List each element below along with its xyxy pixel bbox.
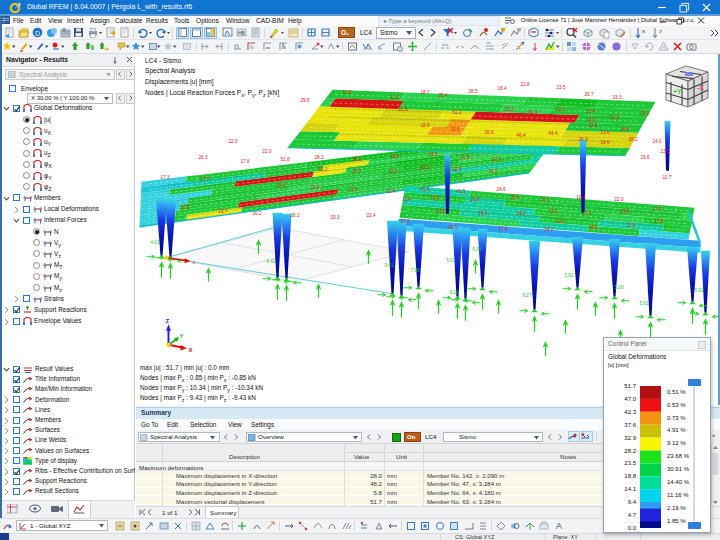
svg-text:21.8: 21.8 (520, 81, 529, 86)
svg-text:4.61: 4.61 (150, 239, 159, 244)
svg-text:23.1: 23.1 (238, 180, 247, 185)
svg-text:14.0: 14.0 (588, 224, 597, 229)
svg-text:42.3: 42.3 (624, 409, 636, 415)
svg-text:28.5: 28.5 (468, 88, 477, 93)
svg-text:5.92: 5.92 (694, 287, 703, 292)
svg-text:18.7: 18.7 (420, 89, 429, 94)
svg-text:z: z (659, 28, 662, 34)
svg-text:23.7: 23.7 (218, 208, 227, 213)
svg-text:28.2: 28.2 (624, 448, 636, 454)
svg-text:2.19 %: 2.19 % (667, 505, 686, 511)
svg-text:14.40 %: 14.40 % (667, 479, 690, 485)
svg-text:23.5: 23.5 (624, 460, 636, 466)
svg-text:26.3: 26.3 (578, 136, 587, 141)
svg-text:19.4: 19.4 (576, 194, 585, 199)
svg-text:5.98: 5.98 (472, 246, 481, 251)
svg-text:0.0: 0.0 (628, 525, 637, 531)
svg-text:11.16 %: 11.16 % (667, 492, 689, 498)
svg-text:29.3: 29.3 (330, 214, 339, 219)
svg-text:9.41: 9.41 (384, 262, 393, 267)
svg-text:-X: -X (697, 84, 704, 91)
svg-text:16.0: 16.0 (586, 116, 595, 121)
svg-text:D: D (35, 30, 40, 37)
svg-text:46.4: 46.4 (516, 132, 525, 137)
svg-text:16.1: 16.1 (478, 210, 487, 215)
svg-text:6.42: 6.42 (266, 258, 275, 263)
svg-text:21.0: 21.0 (470, 196, 479, 201)
svg-text:7.06: 7.06 (410, 267, 419, 272)
svg-text:21.8: 21.8 (460, 154, 469, 159)
svg-text:10.7: 10.7 (662, 174, 671, 179)
svg-text:35.4: 35.4 (438, 92, 447, 97)
svg-text:4.7: 4.7 (628, 512, 637, 518)
svg-text:22.1: 22.1 (492, 156, 501, 161)
svg-text:22.3: 22.3 (452, 166, 461, 171)
svg-text:20.6: 20.6 (510, 194, 519, 199)
svg-text:1.85 %: 1.85 % (667, 518, 686, 524)
svg-text:5.01: 5.01 (446, 257, 455, 262)
svg-text:17.9: 17.9 (654, 218, 663, 223)
svg-text:11.5: 11.5 (556, 218, 565, 223)
svg-text:Z: Z (165, 317, 169, 323)
svg-text:41.5: 41.5 (420, 186, 429, 191)
svg-text:24.6: 24.6 (496, 186, 505, 191)
svg-text:21.8: 21.8 (348, 186, 357, 191)
svg-text:22.2: 22.2 (390, 153, 399, 158)
svg-text:16.4: 16.4 (497, 85, 506, 90)
svg-text:13.6: 13.6 (548, 208, 557, 213)
svg-text:18.8: 18.8 (624, 473, 636, 479)
svg-text:24.2: 24.2 (544, 226, 553, 231)
svg-text:22.0: 22.0 (614, 196, 623, 201)
svg-text:8.27: 8.27 (522, 292, 531, 297)
svg-text:11.0: 11.0 (430, 194, 439, 199)
svg-text:9.12 %: 9.12 % (667, 440, 686, 446)
svg-text:26.3: 26.3 (198, 154, 207, 159)
svg-text:13.0: 13.0 (600, 129, 609, 134)
svg-text:x: x (642, 28, 645, 34)
svg-text:17.7: 17.7 (200, 176, 209, 181)
svg-text:22.1: 22.1 (488, 168, 497, 173)
svg-text:33.3: 33.3 (612, 94, 621, 99)
svg-text:11.4: 11.4 (402, 196, 411, 201)
svg-text:26.6: 26.6 (620, 126, 629, 131)
svg-text:47.0: 47.0 (624, 396, 636, 402)
svg-text:+Y: +Y (673, 88, 682, 95)
svg-text:20.2: 20.2 (252, 210, 261, 215)
svg-text:17.3: 17.3 (160, 174, 169, 179)
svg-text:55.2: 55.2 (318, 166, 327, 171)
svg-text:18.9: 18.9 (420, 122, 429, 127)
svg-text:19.6: 19.6 (600, 139, 609, 144)
svg-text:12.2: 12.2 (626, 222, 635, 227)
svg-text:22.0: 22.0 (228, 138, 237, 143)
svg-text:26.6: 26.6 (484, 129, 493, 134)
svg-text:0.53 %: 0.53 % (667, 402, 686, 408)
svg-text:22.4: 22.4 (386, 188, 395, 193)
svg-text:41.5: 41.5 (456, 188, 465, 193)
svg-text:29.5: 29.5 (300, 97, 309, 102)
svg-text:23.9: 23.9 (362, 103, 371, 108)
svg-text:25.7: 25.7 (352, 168, 361, 173)
svg-text:22.5: 22.5 (180, 204, 189, 209)
svg-text:32.9: 32.9 (624, 435, 636, 441)
svg-text:Y: Y (179, 332, 183, 338)
svg-text:14.0: 14.0 (652, 138, 661, 143)
svg-text:17.3: 17.3 (400, 218, 409, 223)
svg-text:14.2: 14.2 (436, 208, 445, 213)
svg-text:22.4: 22.4 (366, 212, 375, 217)
svg-text:14.0: 14.0 (516, 210, 525, 215)
svg-text:16.1: 16.1 (540, 196, 549, 201)
svg-text:9.4: 9.4 (628, 499, 637, 505)
svg-text:13.0: 13.0 (660, 148, 669, 153)
svg-text:30.91 %: 30.91 % (667, 466, 690, 472)
svg-text:8.22: 8.22 (449, 289, 458, 294)
svg-text:0.51 %: 0.51 % (667, 389, 686, 395)
svg-text:51.8: 51.8 (280, 156, 289, 161)
svg-text:17.9: 17.9 (652, 206, 661, 211)
svg-text:29.3: 29.3 (504, 106, 513, 111)
svg-text:17.4: 17.4 (582, 210, 591, 215)
svg-text:23.5: 23.5 (556, 84, 565, 89)
svg-text:17.8: 17.8 (240, 158, 249, 163)
svg-text:22.4: 22.4 (310, 184, 319, 189)
svg-text:44.4: 44.4 (548, 130, 557, 135)
svg-text:51.7: 51.7 (624, 383, 636, 389)
